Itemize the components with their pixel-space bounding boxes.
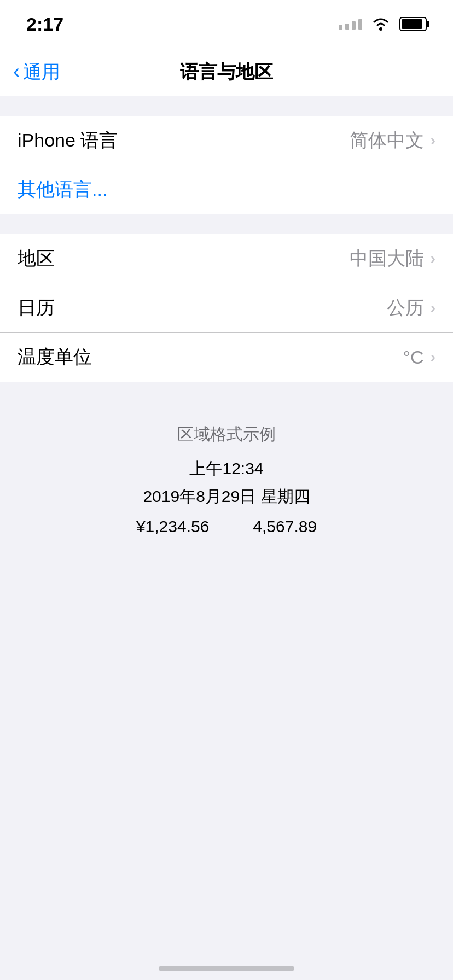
- calendar-label: 日历: [18, 295, 55, 320]
- calendar-row[interactable]: 日历 公历 ›: [0, 283, 453, 332]
- section-separator-1: [0, 96, 453, 116]
- calendar-value: 公历: [387, 295, 424, 320]
- format-number: 4,567.89: [253, 512, 317, 540]
- language-section: iPhone 语言 简体中文 › 其他语言...: [0, 116, 453, 214]
- wifi-icon: [371, 16, 391, 32]
- page-title: 语言与地区: [180, 60, 273, 85]
- calendar-chevron-icon: ›: [431, 299, 435, 317]
- nav-bar: ‹ 通用 语言与地区: [0, 48, 453, 96]
- format-time: 上午12:34: [18, 454, 435, 482]
- iphone-language-row[interactable]: iPhone 语言 简体中文 ›: [0, 116, 453, 165]
- region-label: 地区: [18, 246, 55, 271]
- region-chevron-icon: ›: [431, 250, 435, 267]
- format-example-section: 区域格式示例 上午12:34 2019年8月29日 星期四 ¥1,234.56 …: [0, 401, 453, 567]
- calendar-value-container: 公历 ›: [387, 295, 435, 320]
- region-value-container: 中国大陆 ›: [350, 246, 435, 271]
- back-button[interactable]: ‹ 通用: [13, 60, 60, 85]
- other-languages-label: 其他语言...: [18, 177, 107, 202]
- back-label: 通用: [23, 60, 60, 85]
- temperature-label: 温度单位: [18, 345, 92, 370]
- signal-icon: [339, 19, 362, 30]
- status-time: 2:17: [26, 14, 63, 35]
- region-section: 地区 中国大陆 › 日历 公历 › 温度单位 °C ›: [0, 234, 453, 382]
- iphone-language-value: 简体中文: [350, 128, 424, 153]
- format-date: 2019年8月29日 星期四: [18, 482, 435, 510]
- battery-icon: [399, 17, 427, 31]
- status-bar: 2:17: [0, 0, 453, 48]
- iphone-language-label: iPhone 语言: [18, 128, 118, 153]
- temperature-value-container: °C ›: [403, 347, 435, 368]
- section-separator-2: [0, 214, 453, 234]
- back-chevron-icon: ‹: [13, 62, 20, 81]
- format-currency: ¥1,234.56: [136, 512, 209, 540]
- svg-point-0: [379, 27, 382, 31]
- other-languages-row[interactable]: 其他语言...: [0, 165, 453, 214]
- format-numbers: ¥1,234.56 4,567.89: [18, 512, 435, 540]
- iphone-language-chevron-icon: ›: [431, 132, 435, 149]
- temperature-chevron-icon: ›: [431, 348, 435, 366]
- format-example-title: 区域格式示例: [18, 423, 435, 446]
- temperature-row[interactable]: 温度单位 °C ›: [0, 332, 453, 382]
- iphone-language-value-container: 简体中文 ›: [350, 128, 435, 153]
- status-icons: [339, 16, 427, 32]
- home-indicator: [159, 966, 294, 971]
- temperature-value: °C: [403, 347, 424, 368]
- region-value: 中国大陆: [350, 246, 424, 271]
- region-row[interactable]: 地区 中国大陆 ›: [0, 234, 453, 283]
